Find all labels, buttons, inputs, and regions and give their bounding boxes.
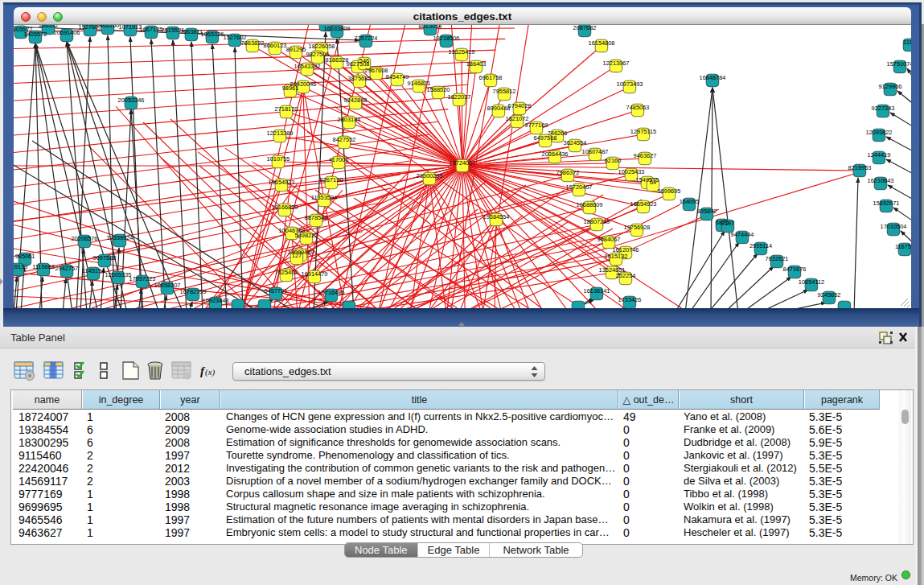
svg-text:9084067: 9084067 [598, 236, 621, 243]
svg-text:15751074: 15751074 [887, 60, 911, 68]
svg-text:9245652: 9245652 [818, 291, 841, 299]
svg-text:17359924: 17359924 [107, 234, 133, 241]
svg-text:9097588: 9097588 [93, 254, 117, 262]
svg-text:16136141: 16136141 [584, 287, 610, 295]
svg-text:7663822: 7663822 [241, 39, 265, 47]
svg-text:15692971: 15692971 [873, 200, 900, 207]
svg-text:23300295: 23300295 [417, 172, 443, 179]
svg-text:15716485: 15716485 [318, 289, 345, 296]
svg-text:16154808: 16154808 [589, 39, 615, 47]
svg-text:98961: 98961 [282, 84, 299, 92]
svg-text:7986372: 7986372 [556, 169, 580, 176]
svg-text:186403: 186403 [466, 60, 487, 68]
svg-text:13325419: 13325419 [449, 48, 475, 56]
svg-text:62160: 62160 [605, 157, 622, 164]
svg-text:9242848: 9242848 [344, 97, 368, 104]
svg-text:891295: 891295 [286, 46, 306, 53]
svg-text:9129966: 9129966 [879, 83, 902, 90]
svg-text:417006: 417006 [329, 156, 349, 163]
svg-text:20691406: 20691406 [54, 29, 80, 36]
svg-text:16648784: 16648784 [700, 74, 726, 81]
svg-text:6497568: 6497568 [534, 134, 557, 142]
svg-text:2942757: 2942757 [55, 265, 79, 272]
svg-text:9699695: 9699695 [658, 187, 681, 195]
svg-text:7485063: 7485063 [626, 104, 650, 111]
svg-text:127: 127 [292, 252, 302, 259]
svg-text:8215953: 8215953 [848, 164, 872, 171]
svg-text:7357224: 7357224 [355, 35, 378, 42]
svg-text:20206576: 20206576 [72, 235, 98, 242]
svg-text:546: 546 [359, 57, 369, 64]
svg-text:252254: 252254 [616, 272, 636, 279]
svg-text:12213389: 12213389 [267, 130, 294, 137]
svg-text:12213967: 12213967 [603, 60, 630, 67]
svg-text:164095: 164095 [680, 198, 700, 205]
svg-text:15720407: 15720407 [566, 183, 593, 191]
svg-text:1588520: 1588520 [427, 86, 450, 93]
svg-text:12505135: 12505135 [105, 271, 132, 278]
svg-text:7632621: 7632621 [766, 255, 789, 262]
svg-text:985061: 985061 [15, 253, 35, 260]
svg-text:19756928: 19756928 [624, 224, 651, 231]
svg-text:16543382: 16543382 [294, 63, 321, 70]
svg-text:9197: 9197 [721, 220, 734, 227]
svg-text:9777169: 9777169 [525, 122, 548, 129]
svg-text:17957223: 17957223 [129, 275, 156, 282]
svg-text:9474444: 9474444 [731, 231, 754, 238]
svg-text:7625402: 7625402 [275, 269, 298, 276]
svg-text:19384554: 19384554 [483, 213, 510, 220]
svg-text:5498222: 5498222 [295, 232, 318, 239]
svg-text:1822037: 1822037 [448, 93, 471, 101]
svg-text:18724007: 18724007 [450, 159, 476, 167]
svg-text:8471676: 8471676 [783, 266, 807, 273]
svg-text:18807249: 18807249 [584, 218, 610, 225]
svg-text:16210643: 16210643 [868, 177, 894, 184]
svg-text:7955812: 7955812 [493, 88, 516, 95]
svg-text:1010755: 1010755 [267, 155, 290, 163]
svg-text:10958107: 10958107 [154, 282, 181, 289]
svg-text:6961758: 6961758 [479, 74, 503, 81]
svg-text:2718170: 2718170 [275, 105, 298, 113]
svg-text:1065326: 1065326 [201, 31, 224, 38]
svg-text:10923448: 10923448 [203, 297, 229, 304]
svg-text:1667135: 1667135 [140, 26, 163, 33]
svg-text:8427552: 8427552 [333, 136, 356, 143]
svg-text:8454749: 8454749 [386, 73, 409, 80]
svg-text:12093822: 12093822 [866, 129, 893, 136]
svg-text:7663811: 7663811 [180, 28, 203, 35]
svg-text:10025433: 10025433 [618, 168, 645, 175]
svg-text:1071913: 1071913 [119, 25, 142, 31]
svg-text:16033809: 16033809 [324, 25, 351, 32]
svg-text:10688609: 10688609 [577, 201, 603, 208]
svg-text:939139: 939139 [14, 263, 27, 270]
svg-text:19166829: 19166829 [272, 204, 298, 211]
svg-text:3875685: 3875685 [348, 75, 372, 82]
svg-text:16914479: 16914479 [302, 270, 328, 278]
svg-text:1112: 1112 [903, 39, 911, 46]
svg-text:19654923: 19654923 [630, 200, 657, 208]
svg-text:8878542: 8878542 [305, 214, 328, 221]
svg-text:1244419: 1244419 [868, 151, 891, 159]
svg-text:2935114: 2935114 [749, 242, 772, 249]
svg-text:19218506: 19218506 [433, 35, 460, 42]
svg-text:1145194: 1145194 [82, 267, 105, 274]
svg-text:6794028: 6794028 [508, 102, 532, 109]
svg-text:1405572: 1405572 [24, 31, 47, 38]
svg-text:16782759: 16782759 [180, 288, 207, 295]
svg-text:895892: 895892 [697, 208, 717, 215]
svg-text:10973493: 10973493 [617, 80, 643, 88]
svg-text:8186328: 8186328 [326, 56, 349, 64]
svg-text:19654923: 19654923 [269, 179, 295, 186]
svg-text:1733426: 1733426 [618, 296, 642, 303]
svg-text:12975115: 12975115 [630, 128, 656, 135]
svg-text:2087682: 2087682 [573, 25, 597, 31]
svg-text:64: 64 [650, 179, 656, 186]
svg-text:20053346: 20053346 [118, 97, 145, 104]
svg-text:2967608: 2967608 [365, 67, 388, 74]
svg-text:8660123: 8660123 [264, 42, 287, 49]
svg-text:10807487: 10807487 [582, 148, 609, 155]
svg-text:9227343: 9227343 [872, 105, 895, 112]
svg-text:1615132: 1615132 [605, 253, 628, 260]
svg-text:8813054: 8813054 [419, 25, 442, 30]
svg-text:17010504: 17010504 [881, 223, 907, 230]
